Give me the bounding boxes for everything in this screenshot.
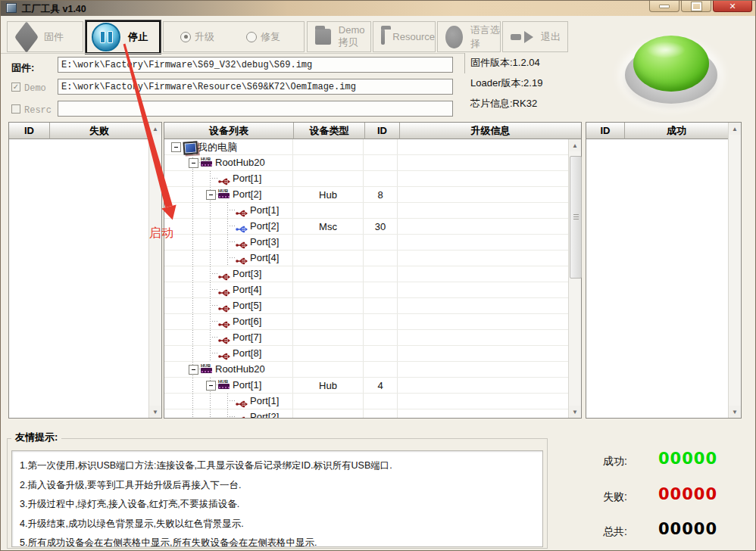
- device-type-cell: Hub: [293, 187, 364, 202]
- expand-toggle-icon[interactable]: [171, 142, 181, 152]
- tree-row[interactable]: HUBRootHub20: [164, 155, 569, 171]
- fail-table-header-id[interactable]: ID: [9, 123, 50, 139]
- tree-header-id[interactable]: ID: [365, 123, 400, 139]
- tree-row[interactable]: Port[1]: [164, 203, 569, 219]
- tree-guide: [210, 251, 211, 266]
- tree-row[interactable]: Port[2]Msc30: [164, 219, 569, 235]
- fail-table-header-fail[interactable]: 失败: [50, 123, 149, 139]
- stop-button[interactable]: 停止: [86, 20, 161, 54]
- upgrade-radio[interactable]: 升级: [180, 30, 214, 44]
- exit-button[interactable]: 退出: [502, 21, 568, 52]
- tree-node-label: Port[1]: [233, 379, 261, 391]
- total-count-label: 总共:: [603, 525, 627, 539]
- upgrade-info-cell: [398, 362, 569, 377]
- tree-header-upgrade-info[interactable]: 升级信息: [400, 123, 581, 139]
- demo-checkbox[interactable]: ✓: [11, 82, 20, 92]
- tree-guide: [210, 235, 211, 251]
- expand-toggle-icon[interactable]: [189, 158, 198, 168]
- hub-icon: HUB: [218, 188, 230, 199]
- maximize-button[interactable]: [681, 1, 711, 12]
- device-type-cell: [293, 394, 364, 409]
- demo-path-input[interactable]: [58, 79, 453, 95]
- scrollbar-thumb[interactable]: [570, 156, 582, 279]
- usb-icon: [218, 270, 230, 278]
- scroll-up-button[interactable]: ▲: [149, 123, 161, 135]
- tree-row[interactable]: 我的电脑: [164, 139, 569, 155]
- resrc-path-input[interactable]: [58, 101, 453, 117]
- tree-row[interactable]: Port[7]: [164, 330, 569, 346]
- fail-table-scrollbar[interactable]: ▲ ▼: [148, 123, 161, 418]
- success-table-scrollbar[interactable]: ▲ ▼: [728, 123, 741, 418]
- tree-row[interactable]: Port[3]: [164, 266, 569, 282]
- tree-node: HUBPort[2]: [164, 187, 293, 202]
- usb-icon: [218, 286, 230, 294]
- upgrade-info-cell: [398, 251, 569, 266]
- upgrade-info-cell: [398, 314, 569, 329]
- upgrade-info-cell: [398, 203, 569, 218]
- device-id-cell: [364, 409, 398, 418]
- scroll-up-button[interactable]: ▲: [729, 123, 741, 135]
- tree-row[interactable]: Port[6]: [164, 314, 569, 330]
- success-table-header-id[interactable]: ID: [586, 123, 625, 139]
- device-id-cell: 8: [364, 187, 398, 202]
- tree-header-device-list[interactable]: 设备列表: [164, 123, 294, 139]
- tree-node: Port[3]: [164, 235, 293, 250]
- tree-row[interactable]: Port[1]: [164, 394, 569, 409]
- tree-node-label: Port[7]: [233, 332, 261, 343]
- tips-title: 友情提示:: [11, 431, 61, 444]
- tree-row[interactable]: HUBRootHub20: [164, 362, 569, 378]
- upgrade-info-cell: [398, 139, 569, 154]
- tree-guide: [192, 266, 193, 282]
- firmware-button[interactable]: 固件: [7, 21, 83, 52]
- tree-guide: [210, 353, 218, 353]
- tree-row[interactable]: HUBPort[2]Hub8: [164, 187, 569, 203]
- tree-guide: [210, 394, 211, 409]
- success-count: 00000: [658, 450, 717, 468]
- upgrade-info-cell: [398, 330, 569, 345]
- upgrade-info-cell: [398, 235, 569, 250]
- minimize-button[interactable]: [649, 1, 679, 12]
- check-icon: ✓: [13, 83, 19, 91]
- tree-guide: [192, 282, 193, 298]
- tree-guide: [227, 241, 236, 242]
- tree-row[interactable]: Port[2]: [164, 409, 569, 418]
- language-select-button[interactable]: 语言选择: [437, 21, 501, 52]
- device-tree-scrollbar[interactable]: ▲ ▼: [568, 139, 581, 418]
- scroll-down-icon: ▼: [732, 409, 738, 416]
- scroll-down-button[interactable]: ▼: [569, 406, 581, 418]
- tree-node-label: 我的电脑: [198, 141, 237, 154]
- device-id-cell: 4: [364, 378, 398, 393]
- tree-row[interactable]: Port[4]: [164, 251, 569, 266]
- tree-row[interactable]: Port[3]: [164, 235, 569, 251]
- tree-header-device-type[interactable]: 设备类型: [294, 123, 365, 139]
- tip-item: 3.升级过程中,绿灯亮,接入设备,红灯亮,不要拔插设备.: [20, 495, 535, 515]
- tree-row[interactable]: Port[5]: [164, 298, 569, 314]
- scroll-down-button[interactable]: ▼: [729, 406, 741, 418]
- tree-row[interactable]: Port[4]: [164, 282, 569, 298]
- expand-toggle-icon[interactable]: [189, 365, 198, 375]
- tree-guide: [227, 210, 236, 210]
- tree-node-label: Port[2]: [250, 411, 279, 418]
- tree-guide: [192, 251, 193, 266]
- firmware-path-input[interactable]: [58, 57, 453, 73]
- resrc-checkbox[interactable]: [11, 104, 20, 114]
- close-button[interactable]: ✕: [713, 1, 752, 12]
- tree-row[interactable]: HUBPort[1]Hub4: [164, 378, 569, 394]
- maximize-icon: [692, 2, 701, 11]
- tree-node-label: Port[1]: [250, 204, 279, 216]
- scroll-up-button[interactable]: ▲: [569, 139, 581, 151]
- repair-radio[interactable]: 修复: [246, 30, 280, 44]
- resource-button[interactable]: Resource: [373, 21, 436, 52]
- scroll-down-button[interactable]: ▼: [149, 406, 161, 418]
- title-bar[interactable]: 工厂工具 v1.40 ✕: [1, 1, 756, 16]
- tree-row[interactable]: Port[8]: [164, 346, 569, 362]
- expand-toggle-icon[interactable]: [206, 190, 216, 200]
- usb-icon: [218, 302, 230, 310]
- tree-row[interactable]: Port[1]: [164, 171, 569, 187]
- tree-guide: [227, 400, 236, 401]
- tree-node-label: Port[3]: [250, 236, 279, 247]
- device-type-cell: [293, 139, 364, 154]
- expand-toggle-icon[interactable]: [206, 381, 216, 391]
- demo-copy-button[interactable]: Demo拷贝: [307, 21, 371, 52]
- success-table-header-success[interactable]: 成功: [625, 123, 729, 139]
